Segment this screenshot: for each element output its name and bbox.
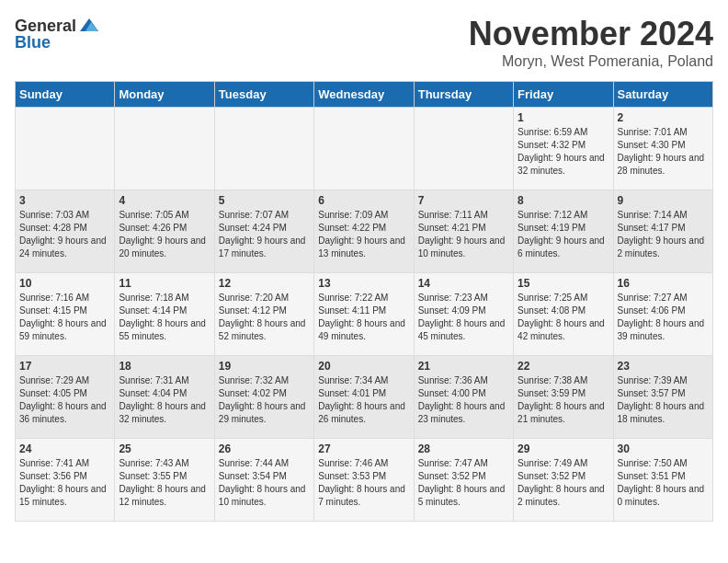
weekday-header-friday: Friday xyxy=(514,82,613,108)
day-info: Sunrise: 7:31 AMSunset: 4:04 PMDaylight:… xyxy=(119,375,206,424)
calendar-cell xyxy=(16,108,115,190)
day-info: Sunrise: 7:07 AMSunset: 4:24 PMDaylight:… xyxy=(219,210,306,259)
calendar-cell: 15Sunrise: 7:25 AMSunset: 4:08 PMDayligh… xyxy=(514,273,613,356)
day-info: Sunrise: 7:01 AMSunset: 4:30 PMDaylight:… xyxy=(618,127,705,176)
day-info: Sunrise: 7:41 AMSunset: 3:56 PMDaylight:… xyxy=(19,458,107,507)
calendar-cell: 8Sunrise: 7:12 AMSunset: 4:19 PMDaylight… xyxy=(514,190,613,273)
calendar-cell: 23Sunrise: 7:39 AMSunset: 3:57 PMDayligh… xyxy=(613,356,712,439)
month-year-title: November 2024 xyxy=(469,15,713,53)
calendar-cell: 4Sunrise: 7:05 AMSunset: 4:26 PMDaylight… xyxy=(115,190,214,273)
weekday-header-tuesday: Tuesday xyxy=(214,82,313,108)
day-number: 23 xyxy=(618,360,709,373)
day-info: Sunrise: 7:32 AMSunset: 4:02 PMDaylight:… xyxy=(219,375,306,424)
day-info: Sunrise: 7:36 AMSunset: 4:00 PMDaylight:… xyxy=(418,375,506,424)
calendar-week-row: 17Sunrise: 7:29 AMSunset: 4:05 PMDayligh… xyxy=(16,356,713,439)
day-number: 5 xyxy=(219,194,310,207)
calendar-cell: 21Sunrise: 7:36 AMSunset: 4:00 PMDayligh… xyxy=(414,356,513,439)
day-number: 17 xyxy=(19,360,110,373)
calendar-cell xyxy=(314,108,414,190)
calendar-cell: 26Sunrise: 7:44 AMSunset: 3:54 PMDayligh… xyxy=(214,439,313,522)
day-number: 24 xyxy=(19,442,110,455)
day-info: Sunrise: 7:25 AMSunset: 4:08 PMDaylight:… xyxy=(518,293,605,341)
calendar-week-row: 1Sunrise: 6:59 AMSunset: 4:32 PMDaylight… xyxy=(16,108,713,190)
calendar-cell xyxy=(214,108,313,190)
calendar-cell: 28Sunrise: 7:47 AMSunset: 3:52 PMDayligh… xyxy=(414,439,513,522)
calendar-cell: 2Sunrise: 7:01 AMSunset: 4:30 PMDaylight… xyxy=(613,108,712,190)
day-info: Sunrise: 7:38 AMSunset: 3:59 PMDaylight:… xyxy=(518,375,605,424)
day-number: 11 xyxy=(119,277,210,290)
day-info: Sunrise: 7:05 AMSunset: 4:26 PMDaylight:… xyxy=(119,210,206,259)
calendar-week-row: 3Sunrise: 7:03 AMSunset: 4:28 PMDaylight… xyxy=(16,190,713,273)
day-info: Sunrise: 7:22 AMSunset: 4:11 PMDaylight:… xyxy=(318,293,405,341)
day-info: Sunrise: 7:43 AMSunset: 3:55 PMDaylight:… xyxy=(119,458,206,507)
day-info: Sunrise: 7:03 AMSunset: 4:28 PMDaylight:… xyxy=(19,210,107,259)
day-number: 27 xyxy=(318,442,409,455)
weekday-header-row: SundayMondayTuesdayWednesdayThursdayFrid… xyxy=(16,82,713,108)
day-number: 10 xyxy=(19,277,110,290)
day-info: Sunrise: 7:47 AMSunset: 3:52 PMDaylight:… xyxy=(418,458,506,507)
day-number: 1 xyxy=(518,111,609,124)
day-number: 18 xyxy=(119,360,210,373)
logo: General Blue xyxy=(15,15,100,52)
day-info: Sunrise: 7:16 AMSunset: 4:15 PMDaylight:… xyxy=(19,293,107,341)
calendar-cell xyxy=(115,108,214,190)
day-info: Sunrise: 7:18 AMSunset: 4:14 PMDaylight:… xyxy=(119,293,206,341)
weekday-header-sunday: Sunday xyxy=(16,82,115,108)
day-info: Sunrise: 7:50 AMSunset: 3:51 PMDaylight:… xyxy=(618,458,705,507)
calendar-cell: 24Sunrise: 7:41 AMSunset: 3:56 PMDayligh… xyxy=(16,439,115,522)
day-number: 15 xyxy=(518,277,609,290)
day-number: 28 xyxy=(418,442,509,455)
calendar-cell: 11Sunrise: 7:18 AMSunset: 4:14 PMDayligh… xyxy=(115,273,214,356)
day-info: Sunrise: 7:34 AMSunset: 4:01 PMDaylight:… xyxy=(318,375,405,424)
day-number: 9 xyxy=(618,194,709,207)
logo-blue: Blue xyxy=(15,33,51,52)
day-number: 2 xyxy=(618,111,709,124)
day-number: 22 xyxy=(518,360,609,373)
calendar-cell: 1Sunrise: 6:59 AMSunset: 4:32 PMDaylight… xyxy=(514,108,613,190)
day-info: Sunrise: 7:12 AMSunset: 4:19 PMDaylight:… xyxy=(518,210,605,259)
day-number: 26 xyxy=(219,442,310,455)
weekday-header-thursday: Thursday xyxy=(414,82,513,108)
day-info: Sunrise: 7:46 AMSunset: 3:53 PMDaylight:… xyxy=(318,458,405,507)
day-info: Sunrise: 7:11 AMSunset: 4:21 PMDaylight:… xyxy=(418,210,506,259)
day-number: 8 xyxy=(518,194,609,207)
day-info: Sunrise: 7:39 AMSunset: 3:57 PMDaylight:… xyxy=(618,375,705,424)
calendar-cell: 19Sunrise: 7:32 AMSunset: 4:02 PMDayligh… xyxy=(214,356,313,439)
day-number: 19 xyxy=(219,360,310,373)
calendar-cell: 13Sunrise: 7:22 AMSunset: 4:11 PMDayligh… xyxy=(314,273,414,356)
day-info: Sunrise: 7:44 AMSunset: 3:54 PMDaylight:… xyxy=(219,458,306,507)
day-info: Sunrise: 6:59 AMSunset: 4:32 PMDaylight:… xyxy=(518,127,605,176)
page-header: General Blue November 2024 Moryn, West P… xyxy=(15,15,713,70)
day-number: 30 xyxy=(618,442,709,455)
calendar-cell: 20Sunrise: 7:34 AMSunset: 4:01 PMDayligh… xyxy=(314,356,414,439)
day-number: 16 xyxy=(618,277,709,290)
calendar-cell: 27Sunrise: 7:46 AMSunset: 3:53 PMDayligh… xyxy=(314,439,414,522)
logo-icon xyxy=(78,15,100,37)
day-number: 25 xyxy=(119,442,210,455)
day-info: Sunrise: 7:09 AMSunset: 4:22 PMDaylight:… xyxy=(318,210,405,259)
calendar-cell: 30Sunrise: 7:50 AMSunset: 3:51 PMDayligh… xyxy=(613,439,712,522)
calendar-cell: 29Sunrise: 7:49 AMSunset: 3:52 PMDayligh… xyxy=(514,439,613,522)
day-number: 20 xyxy=(318,360,409,373)
day-number: 4 xyxy=(119,194,210,207)
day-info: Sunrise: 7:27 AMSunset: 4:06 PMDaylight:… xyxy=(618,293,705,341)
day-number: 21 xyxy=(418,360,509,373)
day-info: Sunrise: 7:20 AMSunset: 4:12 PMDaylight:… xyxy=(219,293,306,341)
calendar-week-row: 24Sunrise: 7:41 AMSunset: 3:56 PMDayligh… xyxy=(16,439,713,522)
calendar-table: SundayMondayTuesdayWednesdayThursdayFrid… xyxy=(15,81,713,522)
location-subtitle: Moryn, West Pomerania, Poland xyxy=(469,53,713,70)
calendar-cell: 7Sunrise: 7:11 AMSunset: 4:21 PMDaylight… xyxy=(414,190,513,273)
calendar-cell: 6Sunrise: 7:09 AMSunset: 4:22 PMDaylight… xyxy=(314,190,414,273)
day-number: 6 xyxy=(318,194,409,207)
weekday-header-monday: Monday xyxy=(115,82,214,108)
calendar-cell: 14Sunrise: 7:23 AMSunset: 4:09 PMDayligh… xyxy=(414,273,513,356)
weekday-header-saturday: Saturday xyxy=(613,82,712,108)
calendar-cell: 9Sunrise: 7:14 AMSunset: 4:17 PMDaylight… xyxy=(613,190,712,273)
calendar-cell: 16Sunrise: 7:27 AMSunset: 4:06 PMDayligh… xyxy=(613,273,712,356)
day-number: 29 xyxy=(518,442,609,455)
day-info: Sunrise: 7:49 AMSunset: 3:52 PMDaylight:… xyxy=(518,458,605,507)
day-number: 14 xyxy=(418,277,509,290)
calendar-cell: 3Sunrise: 7:03 AMSunset: 4:28 PMDaylight… xyxy=(16,190,115,273)
calendar-cell: 17Sunrise: 7:29 AMSunset: 4:05 PMDayligh… xyxy=(16,356,115,439)
calendar-cell: 5Sunrise: 7:07 AMSunset: 4:24 PMDaylight… xyxy=(214,190,313,273)
